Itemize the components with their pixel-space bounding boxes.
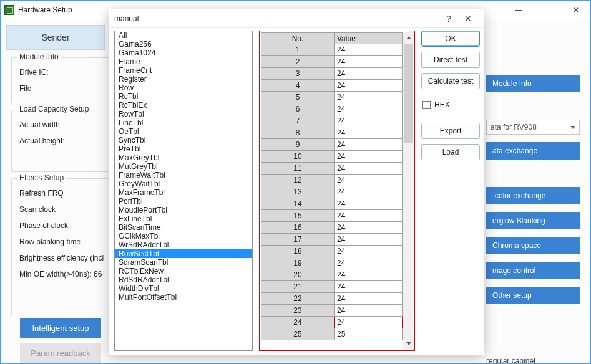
list-item[interactable]: LineTbl [115, 118, 252, 127]
export-button[interactable]: Export [421, 123, 480, 139]
calculate-test-button[interactable]: Calculate test [421, 73, 480, 89]
other-setup-button[interactable]: Other setup [486, 287, 580, 304]
table-row[interactable]: 1424 [261, 198, 403, 210]
image-control-button[interactable]: mage control [486, 262, 580, 279]
list-item[interactable]: BitScanTime [115, 223, 252, 232]
table-row[interactable]: 1324 [261, 186, 403, 198]
cell-value[interactable]: 24 [335, 56, 403, 68]
list-item[interactable]: WidthDivTbl [115, 284, 252, 293]
cell-value[interactable]: 24 [335, 293, 403, 305]
table-row[interactable]: 524 [261, 92, 403, 103]
table-row[interactable]: 624 [261, 103, 403, 115]
cell-value[interactable]: 25 [335, 328, 403, 340]
value-table[interactable]: No.Value12422432442452462472482492410241… [261, 32, 403, 349]
list-item[interactable]: Row [115, 84, 252, 92]
ok-button[interactable]: OK [421, 31, 480, 47]
cell-value[interactable]: 24 [335, 115, 403, 127]
list-item[interactable]: SyncTbl [115, 136, 252, 145]
param-readback-button[interactable]: Param readback [20, 343, 101, 363]
list-item[interactable]: RdSdRAddrTbl [115, 275, 252, 284]
parameter-list[interactable]: AllGama256Gama1024FrameFrameCntRegisterR… [114, 31, 253, 351]
table-row[interactable]: 424 [261, 80, 403, 92]
table-row[interactable]: 1724 [261, 234, 403, 246]
data-exchange-button[interactable]: ata exchange [486, 142, 580, 160]
help-button[interactable]: ? [440, 14, 457, 24]
list-item[interactable]: MutGreyTbl [115, 162, 252, 171]
list-item[interactable]: Gama1024 [115, 49, 252, 57]
erglow-blanking-button[interactable]: erglow Blanking [486, 212, 580, 229]
table-row[interactable]: 924 [261, 139, 403, 151]
scroll-down-arrow-icon[interactable] [403, 338, 414, 349]
rv908-combo[interactable]: ata for RV908 [486, 120, 580, 135]
table-row[interactable]: 1524 [261, 210, 403, 222]
list-item[interactable]: ExLineTbl [115, 214, 252, 223]
cell-value[interactable]: 24 [335, 163, 403, 175]
table-row[interactable]: 824 [261, 127, 403, 139]
list-item[interactable]: SdramScanTbl [115, 258, 252, 267]
list-item[interactable]: WrSdRAddrTbl [115, 241, 252, 249]
table-row[interactable]: 2224 [261, 293, 403, 305]
list-item[interactable]: PortTbl [115, 197, 252, 206]
list-item[interactable]: OeTbl [115, 127, 252, 136]
table-row[interactable]: 124 [261, 44, 403, 56]
table-row[interactable]: 724 [261, 115, 403, 127]
cell-value[interactable]: 24 [335, 222, 403, 234]
cell-value[interactable]: 24 [335, 186, 403, 198]
direct-test-button[interactable]: Direct test [421, 52, 480, 68]
table-row[interactable]: 2124 [261, 281, 403, 293]
table-row[interactable]: 2324 [261, 305, 403, 317]
scroll-thumb[interactable] [404, 44, 413, 143]
table-scrollbar[interactable] [403, 32, 413, 349]
cell-value[interactable]: 24 [335, 68, 403, 80]
table-row[interactable]: 1624 [261, 222, 403, 234]
table-row[interactable]: 224 [261, 56, 403, 68]
maximize-button[interactable]: ☐ [533, 1, 562, 19]
cell-value[interactable]: 24 [335, 92, 403, 103]
hex-checkbox[interactable] [422, 101, 431, 109]
cell-value[interactable]: 24 [335, 44, 403, 56]
table-row[interactable]: 2424 [261, 317, 403, 328]
list-item[interactable]: Gama256 [115, 40, 252, 49]
cell-value[interactable]: 24 [335, 269, 403, 281]
chroma-space-button[interactable]: Chroma space [486, 237, 580, 254]
list-item[interactable]: FrameCnt [115, 66, 252, 75]
cell-value[interactable]: 24 [335, 281, 403, 293]
list-item[interactable]: MaxGreyTbl [115, 153, 252, 162]
table-row[interactable]: 1024 [261, 151, 403, 163]
list-item[interactable]: All [115, 31, 252, 40]
list-item[interactable]: RcTbl [115, 92, 252, 101]
color-exchange-button[interactable]: -color exchange [486, 187, 580, 204]
table-row[interactable]: 1924 [261, 257, 403, 269]
cell-value[interactable]: 24 [335, 139, 403, 151]
dialog-close-button[interactable]: ✕ [457, 14, 479, 24]
list-item[interactable]: RcTblEx [115, 101, 252, 110]
table-row[interactable]: 2525 [261, 328, 403, 340]
table-row[interactable]: 1124 [261, 163, 403, 175]
table-row[interactable]: 324 [261, 68, 403, 80]
cell-value[interactable]: 24 [335, 198, 403, 210]
list-item[interactable]: PreTbl [115, 145, 252, 153]
close-button[interactable]: ✕ [562, 1, 590, 19]
list-item[interactable]: Frame [115, 57, 252, 66]
cell-value[interactable]: 24 [335, 257, 403, 269]
dialog-titlebar[interactable]: manual ? ✕ [109, 9, 484, 28]
cell-value[interactable]: 24 [335, 127, 403, 139]
module-info-button[interactable]: Module Info [486, 75, 580, 92]
cell-value[interactable]: 24 [335, 103, 403, 115]
cell-value[interactable]: 24 [335, 234, 403, 246]
list-item[interactable]: GreyWaitTbl [115, 180, 252, 188]
table-row[interactable]: 2024 [261, 269, 403, 281]
cell-value[interactable]: 24 [335, 175, 403, 186]
cell-value[interactable]: 24 [335, 210, 403, 222]
list-item[interactable]: RowTbl [115, 110, 252, 118]
list-item[interactable]: RCTblExNew [115, 267, 252, 275]
list-item[interactable]: RowSectTbl [115, 249, 252, 258]
load-button[interactable]: Load [421, 144, 480, 160]
cell-value[interactable]: 24 [335, 246, 403, 257]
cell-value[interactable]: 24 [335, 305, 403, 317]
list-item[interactable]: FrameWaitTbl [115, 171, 252, 180]
table-row[interactable]: 1824 [261, 246, 403, 257]
scroll-up-arrow-icon[interactable] [403, 32, 414, 43]
list-item[interactable]: MultPortOffsetTbl [115, 293, 252, 302]
list-item[interactable]: GClkMaxTbl [115, 232, 252, 241]
